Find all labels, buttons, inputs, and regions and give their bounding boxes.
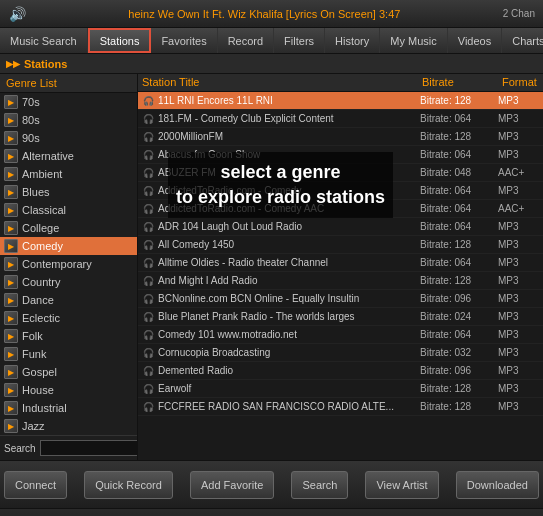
station-row[interactable]: 🎧Comedy 101 www.motradio.netBitrate: 064…	[138, 326, 543, 344]
genre-item[interactable]: ▶Industrial	[0, 399, 137, 417]
bottom-btn-downloaded[interactable]: Downloaded	[456, 471, 539, 499]
genre-icon: ▶	[4, 257, 18, 271]
genre-search-input[interactable]	[40, 440, 138, 456]
nav-videos[interactable]: Videos	[448, 28, 502, 53]
station-row[interactable]: 🎧Abacus.fm Goon ShowBitrate: 064MP3	[138, 146, 543, 164]
genre-label: House	[22, 384, 54, 396]
genre-label: Industrial	[22, 402, 67, 414]
station-format: MP3	[498, 293, 543, 304]
station-name: Cornucopia Broadcasting	[158, 347, 418, 358]
station-bitrate: Bitrate: 064	[418, 185, 498, 196]
station-format: MP3	[498, 221, 543, 232]
station-bitrate: Bitrate: 064	[418, 203, 498, 214]
station-bitrate: Bitrate: 096	[418, 293, 498, 304]
station-row[interactable]: 🎧Demented RadioBitrate: 096MP3	[138, 362, 543, 380]
station-format: MP3	[498, 131, 543, 142]
genre-item[interactable]: ▶Jazz	[0, 417, 137, 435]
nav-stations[interactable]: Stations	[88, 28, 152, 53]
nav-charts[interactable]: Charts	[502, 28, 543, 53]
genre-label: Dance	[22, 294, 54, 306]
genre-item[interactable]: ▶Blues	[0, 183, 137, 201]
genre-icon: ▶	[4, 419, 18, 433]
station-row[interactable]: 🎧EarwolfBitrate: 128MP3	[138, 380, 543, 398]
genre-item[interactable]: ▶80s	[0, 111, 137, 129]
station-format: MP3	[498, 239, 543, 250]
station-row[interactable]: 🎧All Comedy 1450Bitrate: 128MP3	[138, 236, 543, 254]
genre-label: 80s	[22, 114, 40, 126]
genre-item[interactable]: ▶Dance	[0, 291, 137, 309]
nav-history[interactable]: History	[325, 28, 380, 53]
station-headphone-icon: 🎧	[140, 399, 156, 415]
volume-icon[interactable]: 🔊	[8, 6, 26, 22]
station-row[interactable]: 🎧Alltime Oldies - Radio theater ChannelB…	[138, 254, 543, 272]
bottom-btn-view-artist[interactable]: View Artist	[365, 471, 438, 499]
nav-music-search[interactable]: Music Search	[0, 28, 88, 53]
genre-item[interactable]: ▶Comedy	[0, 237, 137, 255]
genre-item[interactable]: ▶Classical	[0, 201, 137, 219]
station-bitrate: Bitrate: 024	[418, 311, 498, 322]
genre-item[interactable]: ▶70s	[0, 93, 137, 111]
station-bitrate: Bitrate: 128	[418, 95, 498, 106]
station-headphone-icon: 🎧	[140, 129, 156, 145]
station-name: BCNonline.com BCN Online - Equally Insul…	[158, 293, 418, 304]
station-headphone-icon: 🎧	[140, 183, 156, 199]
nav-bar: Music Search Stations Favorites Record F…	[0, 28, 543, 54]
station-bitrate: Bitrate: 064	[418, 149, 498, 160]
nav-my-music[interactable]: My Music	[380, 28, 447, 53]
station-row[interactable]: 🎧11L RNI Encores 11L RNIBitrate: 128MP3	[138, 92, 543, 110]
station-headphone-icon: 🎧	[140, 201, 156, 217]
station-row[interactable]: 🎧2000MillionFMBitrate: 128MP3	[138, 128, 543, 146]
station-format: MP3	[498, 149, 543, 160]
station-name: Abacus.fm Goon Show	[158, 149, 418, 160]
station-bitrate: Bitrate: 096	[418, 365, 498, 376]
genre-icon: ▶	[4, 401, 18, 415]
bottom-btn-connect[interactable]: Connect	[4, 471, 67, 499]
col-format: Format	[498, 74, 543, 91]
station-row[interactable]: 🎧FCCFREE RADIO SAN FRANCISCO RADIO ALTE.…	[138, 398, 543, 416]
nav-record[interactable]: Record	[218, 28, 274, 53]
station-bitrate: Bitrate: 064	[418, 329, 498, 340]
station-row[interactable]: 🎧Blue Planet Prank Radio - The worlds la…	[138, 308, 543, 326]
genre-item[interactable]: ▶Funk	[0, 345, 137, 363]
genre-icon: ▶	[4, 185, 18, 199]
now-playing-title: heinz We Own It Ft. Wiz Khalifa [Lyrics …	[34, 8, 495, 20]
station-bitrate: Bitrate: 064	[418, 257, 498, 268]
genre-icon: ▶	[4, 167, 18, 181]
station-row[interactable]: 🎧Cornucopia BroadcastingBitrate: 032MP3	[138, 344, 543, 362]
genre-item[interactable]: ▶Eclectic	[0, 309, 137, 327]
genre-item[interactable]: ▶Folk	[0, 327, 137, 345]
station-row[interactable]: 🎧AddictedToRadio.com - ComedyBitrate: 06…	[138, 182, 543, 200]
genre-icon: ▶	[4, 113, 18, 127]
genre-item[interactable]: ▶Country	[0, 273, 137, 291]
station-format: MP3	[498, 113, 543, 124]
genre-panel: Genre List ▶70s▶80s▶90s▶Alternative▶Ambi…	[0, 74, 138, 460]
genre-item[interactable]: ▶House	[0, 381, 137, 399]
station-row[interactable]: 🎧ABUZER FMBitrate: 048AAC+	[138, 164, 543, 182]
bottom-btn-add-favorite[interactable]: Add Favorite	[190, 471, 274, 499]
station-row[interactable]: 🎧BCNonline.com BCN Online - Equally Insu…	[138, 290, 543, 308]
nav-favorites[interactable]: Favorites	[151, 28, 217, 53]
nav-filters[interactable]: Filters	[274, 28, 325, 53]
bottom-btn-quick-record[interactable]: Quick Record	[84, 471, 173, 499]
station-headphone-icon: 🎧	[140, 363, 156, 379]
genre-item[interactable]: ▶Gospel	[0, 363, 137, 381]
station-name: And Might I Add Radio	[158, 275, 418, 286]
genre-icon: ▶	[4, 293, 18, 307]
genre-item[interactable]: ▶Ambient	[0, 165, 137, 183]
genre-item[interactable]: ▶Alternative	[0, 147, 137, 165]
station-row[interactable]: 🎧And Might I Add RadioBitrate: 128MP3	[138, 272, 543, 290]
genre-item[interactable]: ▶College	[0, 219, 137, 237]
station-row[interactable]: 🎧181.FM - Comedy Club Explicit ContentBi…	[138, 110, 543, 128]
genre-item[interactable]: ▶90s	[0, 129, 137, 147]
station-format: AAC+	[498, 167, 543, 178]
station-row[interactable]: 🎧AddictedToRadio.com - Comedy AACBitrate…	[138, 200, 543, 218]
bottom-btn-search[interactable]: Search	[291, 471, 348, 499]
station-row[interactable]: 🎧ADR 104 Laugh Out Loud RadioBitrate: 06…	[138, 218, 543, 236]
genre-icon: ▶	[4, 131, 18, 145]
station-format: MP3	[498, 275, 543, 286]
genre-item[interactable]: ▶Contemporary	[0, 255, 137, 273]
genre-label: Blues	[22, 186, 50, 198]
genre-label: Contemporary	[22, 258, 92, 270]
station-format: MP3	[498, 185, 543, 196]
station-headphone-icon: 🎧	[140, 237, 156, 253]
